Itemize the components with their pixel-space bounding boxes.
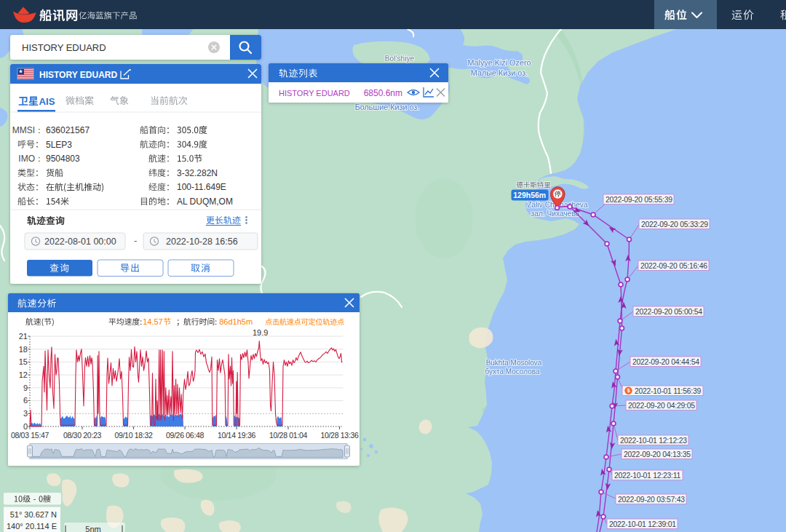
- svg-text:5nm: 5nm: [85, 525, 100, 532]
- svg-text:HISTORY EDUARD: HISTORY EDUARD: [22, 42, 106, 53]
- svg-text:2022-08-01 00:00: 2022-08-01 00:00: [44, 237, 116, 247]
- svg-text:10/28 13:36: 10/28 13:36: [320, 431, 359, 440]
- svg-text:2022-09-20 04:44:54: 2022-09-20 04:44:54: [632, 358, 699, 366]
- svg-text:Bukhta Mosolova: Bukhta Mosolova: [486, 359, 542, 367]
- svg-text:-: -: [134, 235, 137, 246]
- svg-text:09/10 18:32: 09/10 18:32: [114, 431, 153, 440]
- svg-text:2022-09-20 04:13:35: 2022-09-20 04:13:35: [624, 450, 691, 458]
- svg-text:2022-10-01 11:56:39: 2022-10-01 11:56:39: [635, 387, 701, 395]
- svg-text:2022-10-01 12:23:11: 2022-10-01 12:23:11: [614, 472, 680, 480]
- svg-text:140° 20.114 E: 140° 20.114 E: [7, 522, 57, 531]
- svg-text:AIS: AIS: [39, 96, 55, 107]
- svg-text:2022-09-20 05:33:29: 2022-09-20 05:33:29: [641, 221, 708, 229]
- svg-text:2022-10-28 16:56: 2022-10-28 16:56: [166, 237, 238, 247]
- svg-text:86d1h5m: 86d1h5m: [219, 317, 253, 326]
- svg-text:6: 6: [23, 396, 28, 405]
- svg-text:100-11.649E: 100-11.649E: [177, 182, 226, 192]
- svg-text:12: 12: [19, 370, 28, 379]
- svg-text:2022-09-20 03:57:43: 2022-09-20 03:57:43: [618, 496, 685, 504]
- svg-text:18: 18: [19, 345, 28, 354]
- svg-text:HISTORY EDUARD: HISTORY EDUARD: [279, 89, 350, 98]
- svg-text:2022-09-20 04:29:05: 2022-09-20 04:29:05: [628, 402, 695, 410]
- svg-text:15: 15: [19, 357, 28, 366]
- svg-text:2022-10-01 12:12:23: 2022-10-01 12:12:23: [620, 437, 687, 445]
- svg-text:Malyye Kizi Ozero: Malyye Kizi Ozero: [468, 58, 531, 67]
- svg-text:Большие Кизи оз.: Большие Кизи оз.: [355, 103, 420, 111]
- svg-text:14.57: 14.57: [143, 317, 163, 326]
- svg-text:19.9: 19.9: [253, 328, 268, 337]
- svg-text:5LEP3: 5LEP3: [46, 140, 72, 150]
- svg-text:HISTORY EDUARD: HISTORY EDUARD: [39, 70, 117, 80]
- svg-text:9: 9: [23, 384, 28, 392]
- svg-text:9504803: 9504803: [46, 154, 80, 164]
- svg-text:бухта Мосолова: бухта Мосолова: [485, 368, 540, 376]
- svg-text:2022-09-20 05:55:39: 2022-09-20 05:55:39: [606, 196, 672, 204]
- svg-text:·: ·: [75, 10, 78, 21]
- svg-text:10/14 19:36: 10/14 19:36: [218, 431, 256, 440]
- svg-text:08/03 15:47: 08/03 15:47: [11, 431, 49, 440]
- svg-text:129h56m: 129h56m: [513, 191, 546, 199]
- svg-text:3-32.282N: 3-32.282N: [177, 168, 218, 178]
- svg-text:зал. Чихачева: зал. Чихачева: [531, 210, 580, 218]
- svg-text:2022-09-20 05:00:54: 2022-09-20 05:00:54: [635, 308, 702, 316]
- svg-text:636021567: 636021567: [46, 125, 90, 135]
- svg-text:0: 0: [23, 422, 28, 431]
- svg-text:AL DUQM,OM: AL DUQM,OM: [177, 196, 233, 207]
- svg-text:21: 21: [19, 332, 28, 341]
- svg-text:MMSI：: MMSI：: [12, 125, 44, 135]
- svg-text:Bol'shiye: Bol'shiye: [385, 55, 415, 63]
- svg-text:6850.6nm: 6850.6nm: [364, 88, 402, 98]
- svg-text:08/30 20:23: 08/30 20:23: [63, 431, 102, 440]
- svg-text:09/26 06:48: 09/26 06:48: [166, 431, 205, 440]
- svg-text:Малые Кизи оз.: Малые Кизи оз.: [471, 68, 528, 77]
- svg-text:51° 30.627 N: 51° 30.627 N: [10, 510, 57, 519]
- svg-text:IMO：: IMO：: [18, 154, 44, 164]
- svg-text:2022-09-20 05:16:46: 2022-09-20 05:16:46: [640, 262, 707, 270]
- svg-text:3: 3: [23, 409, 28, 418]
- svg-text:10/28 01:04: 10/28 01:04: [269, 431, 308, 440]
- svg-text:2022-10-01 12:39:01: 2022-10-01 12:39:01: [609, 520, 676, 528]
